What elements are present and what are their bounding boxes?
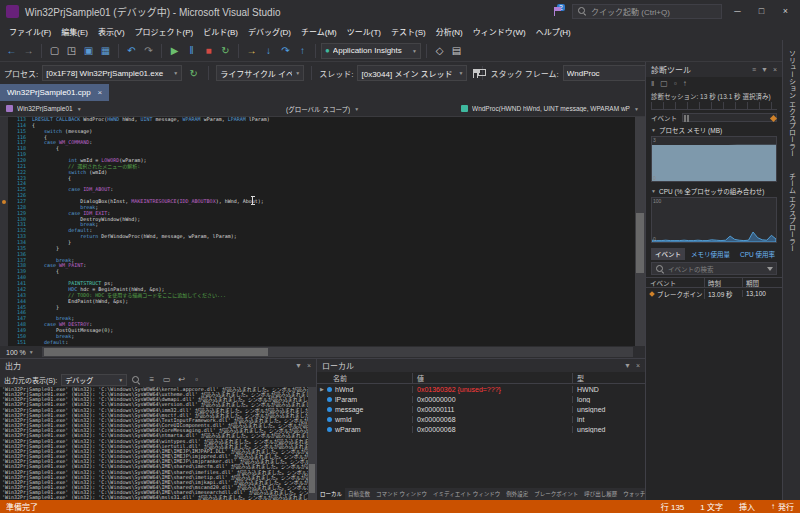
thread-combo[interactable]: [0x3044] メイン スレッド▼ — [357, 65, 467, 81]
refresh-process-icon[interactable]: ↻ — [186, 65, 201, 81]
stack-frame-combo[interactable]: WndProc▼ — [563, 65, 658, 81]
bottom-tab-3[interactable]: コマンド ウィンドウ — [373, 488, 430, 500]
menu-item[interactable]: ファイル(F) — [4, 26, 56, 37]
minimize-button[interactable]: ─ — [729, 6, 746, 16]
side-tab-2[interactable]: チーム エクスプローラー — [787, 173, 797, 252]
close-icon[interactable]: × — [307, 362, 311, 369]
locals-row[interactable]: wmId0x00000068int — [317, 414, 645, 424]
chevron-down-icon[interactable]: ▼ — [295, 362, 302, 369]
current-statement-marker[interactable] — [2, 200, 6, 204]
pause-collection-icon[interactable]: ‖ — [651, 79, 654, 88]
bottom-tab-5[interactable]: 例外設定 — [503, 488, 531, 500]
find-in-files-icon[interactable]: ◇ — [432, 43, 447, 59]
open-file-icon[interactable]: ◳ — [64, 43, 79, 59]
bottom-tab-8[interactable]: ウォッチ 1 — [620, 488, 645, 500]
forward-icon[interactable]: → — [21, 43, 36, 59]
menu-item[interactable]: チーム(M) — [296, 26, 342, 37]
side-tab-1[interactable]: ソリューション エクスプローラー — [787, 50, 797, 157]
filter-icon[interactable] — [767, 267, 773, 271]
project-dropdown[interactable]: Win32PrjSample01 ▼ — [0, 101, 280, 116]
step-out-icon[interactable]: ↑ — [295, 43, 310, 59]
find-icon[interactable] — [131, 375, 142, 385]
breakpoint-margin[interactable] — [0, 340, 8, 346]
publish-button[interactable]: ↑ 発行 — [771, 501, 794, 512]
locals-row[interactable]: lParam0x00000000long — [317, 394, 645, 404]
step-over-icon[interactable]: ↷ — [278, 43, 293, 59]
menu-item[interactable]: 編集(E) — [56, 26, 93, 37]
event-search-input[interactable]: イベントの検索 — [651, 262, 777, 275]
diag-tab-1[interactable]: イベント — [651, 248, 685, 260]
save-icon[interactable]: ▣ — [81, 43, 96, 59]
collapse-icon[interactable]: ▼ — [651, 188, 656, 194]
scrollbar-thumb[interactable] — [44, 348, 269, 356]
quick-launch-input[interactable]: クイック起動 (Ctrl+Q) — [572, 4, 722, 19]
menu-item[interactable]: ヘルプ(H) — [531, 26, 576, 37]
tab-close-icon[interactable]: × — [98, 88, 103, 97]
menu-item[interactable]: テスト(S) — [386, 26, 431, 37]
show-next-statement-icon[interactable]: → — [244, 43, 259, 59]
bottom-tab-1[interactable]: ローカル — [317, 488, 345, 500]
bottom-tab-2[interactable]: 自動変数 — [345, 488, 373, 500]
bottom-tab-7[interactable]: 呼び出し履歴 — [581, 488, 620, 500]
menu-item[interactable]: ビルド(B) — [198, 26, 243, 37]
scrollbar-thumb[interactable] — [309, 464, 315, 493]
clear-all-icon[interactable]: ▭ — [161, 375, 172, 384]
menu-item[interactable]: デバッグ(D) — [243, 26, 296, 37]
output-log[interactable]: 'Win32PrjSample01.exe' (Win32): 'C:\Wind… — [0, 387, 308, 500]
continue-icon[interactable]: ▶ — [167, 43, 182, 59]
export-icon[interactable]: ↑ — [683, 79, 687, 88]
expander-icon[interactable]: ▶ — [320, 386, 326, 392]
session-event-marker[interactable] — [687, 115, 689, 122]
scrollbar-thumb[interactable] — [636, 213, 644, 273]
zoom-control[interactable]: 100 % ▼ — [0, 349, 40, 356]
settings-icon[interactable]: ≡ — [752, 66, 756, 73]
code-text-area[interactable]: 113LRESULT CALLBACK WndProc(HWND hWnd, U… — [0, 117, 635, 346]
member-dropdown[interactable]: WndProc(HWND hWnd, UINT message, WPARAM … — [455, 101, 645, 116]
application-insights-dropdown[interactable]: ●Application Insights▼ — [321, 43, 421, 59]
messages-list-icon[interactable]: ≡ — [146, 375, 157, 384]
notifications-button[interactable]: 2 — [552, 6, 565, 17]
menu-item[interactable]: ツール(T) — [342, 26, 386, 37]
menu-item[interactable]: 分析(N) — [431, 26, 468, 37]
snapshot-icon[interactable]: ▢ — [660, 79, 668, 88]
zoom-reset-icon[interactable]: ▫ — [674, 79, 677, 88]
chevron-down-icon[interactable]: ▼ — [624, 362, 631, 369]
restart-icon[interactable]: ↻ — [218, 43, 233, 59]
collapse-icon[interactable]: ▼ — [651, 127, 656, 133]
scroll-lock-icon[interactable]: ▫ — [191, 375, 202, 384]
word-wrap-icon[interactable]: ↩ — [176, 375, 187, 384]
menu-item[interactable]: ウィンドウ(W) — [468, 26, 531, 37]
locals-row[interactable]: message0x00000111unsigned — [317, 404, 645, 414]
output-source-combo[interactable]: デバッグ ▼ — [61, 374, 127, 386]
locals-row[interactable]: wParam0x00000068unsigned — [317, 424, 645, 434]
document-tab[interactable]: Win32PrjSample01.cpp × — [0, 84, 109, 101]
break-all-icon[interactable]: ‖ — [184, 43, 199, 59]
bottom-tab-4[interactable]: イミディエイト ウィンドウ — [430, 488, 503, 500]
editor-horizontal-scrollbar[interactable] — [42, 347, 633, 357]
cpu-chart[interactable]: 100 0 — [651, 197, 777, 243]
undo-icon[interactable]: ↶ — [124, 43, 139, 59]
output-scrollbar[interactable] — [308, 387, 316, 500]
stop-debug-icon[interactable]: ■ — [201, 43, 216, 59]
close-button[interactable]: × — [777, 6, 794, 16]
close-icon[interactable]: × — [636, 362, 640, 369]
event-row[interactable]: ブレークポイント13.09 秒13,100 — [646, 288, 782, 299]
process-combo[interactable]: [0x1F78] Win32PrjSample01.exe▼ — [42, 65, 182, 81]
back-icon[interactable]: ← — [4, 43, 19, 59]
memory-chart[interactable]: 3 0 — [651, 136, 777, 182]
step-into-icon[interactable]: ↓ — [261, 43, 276, 59]
code-editor[interactable]: Win32PrjSample01.cpp × Win32PrjSample01 … — [0, 84, 645, 358]
bottom-tab-6[interactable]: ブレークポイント — [531, 488, 581, 500]
menu-item[interactable]: 表示(V) — [93, 26, 130, 37]
locals-row[interactable]: ▶hWnd0x01360362 {unused=???}HWND_ — [317, 384, 645, 394]
chevron-down-icon[interactable]: ▼ — [761, 66, 768, 73]
menu-item[interactable]: プロジェクト(P) — [130, 26, 199, 37]
redo-icon[interactable]: ↷ — [141, 43, 156, 59]
editor-vertical-scrollbar[interactable] — [635, 117, 645, 346]
events-track[interactable] — [682, 113, 777, 122]
maximize-button[interactable]: □ — [753, 6, 770, 16]
new-file-icon[interactable]: ▢ — [47, 43, 62, 59]
close-icon[interactable]: × — [773, 66, 777, 73]
diag-tab-3[interactable]: CPU 使用率 — [736, 248, 779, 260]
lifecycle-events-dropdown[interactable]: ライフサイクル イベント▼ — [216, 65, 304, 81]
